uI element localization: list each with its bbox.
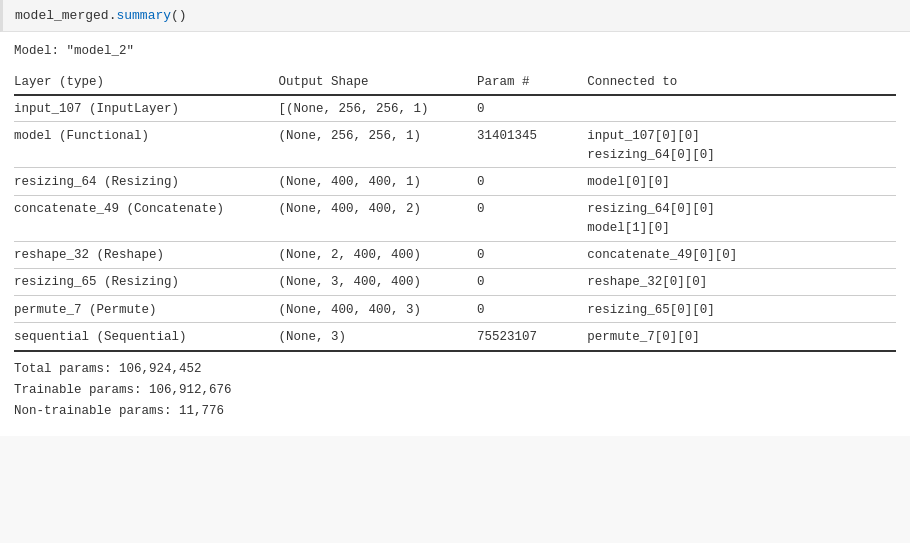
code-method: summary — [116, 8, 171, 23]
non-trainable-params: Non-trainable params: 11,776 — [14, 401, 896, 422]
connected-to — [587, 97, 896, 122]
layer-name: reshape_32 (Reshape) — [14, 243, 279, 268]
bottom-divider — [14, 351, 896, 353]
output-shape: (None, 400, 400, 2) — [279, 197, 477, 241]
trainable-params: Trainable params: 106,912,676 — [14, 380, 896, 401]
table-row: resizing_65 (Resizing) (None, 3, 400, 40… — [14, 270, 896, 295]
connected-to: permute_7[0][0] — [587, 325, 896, 351]
connected-to: reshape_32[0][0] — [587, 270, 896, 295]
output-shape: (None, 256, 256, 1) — [279, 124, 477, 168]
layer-name: input_107 (InputLayer) — [14, 97, 279, 122]
param-count: 0 — [477, 270, 587, 295]
col-connected-header: Connected to — [587, 71, 896, 95]
table-row: model (Functional) (None, 256, 256, 1) 3… — [14, 124, 896, 168]
col-layer-header: Layer (type) — [14, 71, 279, 95]
output-shape: (None, 400, 400, 1) — [279, 170, 477, 195]
layer-name: resizing_64 (Resizing) — [14, 170, 279, 195]
param-count: 0 — [477, 197, 587, 241]
param-count: 0 — [477, 170, 587, 195]
table-row: sequential (Sequential) (None, 3) 755231… — [14, 325, 896, 351]
param-count: 0 — [477, 298, 587, 323]
code-text: model_merged.summary() — [15, 8, 187, 23]
table-row: concatenate_49 (Concatenate) (None, 400,… — [14, 197, 896, 241]
table-header: Layer (type) Output Shape Param # Connec… — [14, 71, 896, 95]
table-row: reshape_32 (Reshape) (None, 2, 400, 400)… — [14, 243, 896, 268]
param-count: 0 — [477, 243, 587, 268]
layer-name: sequential (Sequential) — [14, 325, 279, 351]
layer-name: model (Functional) — [14, 124, 279, 168]
table-row: input_107 (InputLayer) [(None, 256, 256,… — [14, 97, 896, 122]
layer-name: concatenate_49 (Concatenate) — [14, 197, 279, 241]
footer-stats: Total params: 106,924,452 Trainable para… — [14, 359, 896, 423]
connected-to: resizing_64[0][0]model[1][0] — [587, 197, 896, 241]
layer-name: permute_7 (Permute) — [14, 298, 279, 323]
table-row: resizing_64 (Resizing) (None, 400, 400, … — [14, 170, 896, 195]
connected-to: resizing_65[0][0] — [587, 298, 896, 323]
col-params-header: Param # — [477, 71, 587, 95]
param-count: 75523107 — [477, 325, 587, 351]
connected-to: concatenate_49[0][0] — [587, 243, 896, 268]
output-shape: (None, 2, 400, 400) — [279, 243, 477, 268]
table-row: permute_7 (Permute) (None, 400, 400, 3) … — [14, 298, 896, 323]
layer-name: resizing_65 (Resizing) — [14, 270, 279, 295]
output-area: Model: "model_2" Layer (type) Output Sha… — [0, 32, 910, 436]
output-shape: (None, 3, 400, 400) — [279, 270, 477, 295]
output-shape: (None, 3) — [279, 325, 477, 351]
col-shape-header: Output Shape — [279, 71, 477, 95]
model-name: Model: "model_2" — [14, 42, 896, 61]
param-count: 31401345 — [477, 124, 587, 168]
connected-to: input_107[0][0]resizing_64[0][0] — [587, 124, 896, 168]
output-shape: (None, 400, 400, 3) — [279, 298, 477, 323]
code-variable: model_merged — [15, 8, 109, 23]
output-shape: [(None, 256, 256, 1) — [279, 97, 477, 122]
total-params: Total params: 106,924,452 — [14, 359, 896, 380]
connected-to: model[0][0] — [587, 170, 896, 195]
code-cell: model_merged.summary() — [0, 0, 910, 32]
param-count: 0 — [477, 97, 587, 122]
summary-table: Layer (type) Output Shape Param # Connec… — [14, 71, 896, 353]
